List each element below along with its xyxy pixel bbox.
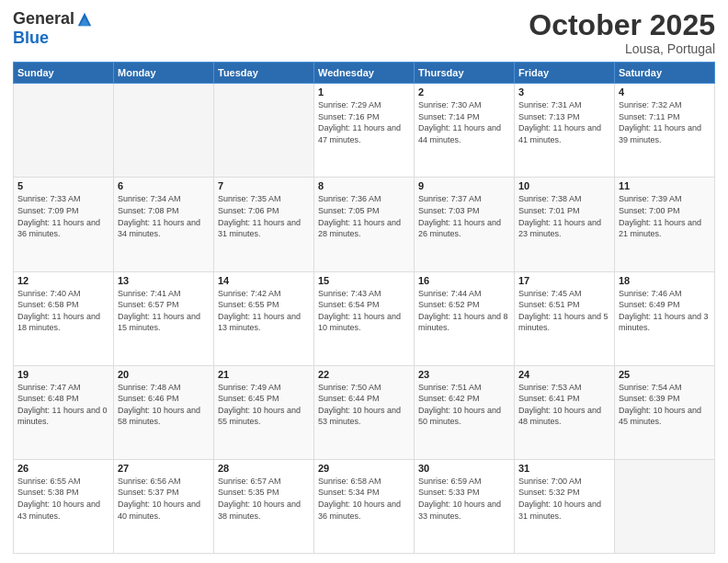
day-info: Sunrise: 6:55 AM Sunset: 5:38 PM Dayligh… — [17, 476, 109, 522]
day-number: 1 — [318, 86, 410, 98]
month-title: October 2025 — [529, 9, 715, 41]
calendar-table: SundayMondayTuesdayWednesdayThursdayFrid… — [13, 62, 715, 554]
day-info: Sunrise: 7:49 AM Sunset: 6:45 PM Dayligh… — [218, 382, 310, 428]
calendar-day-cell: 19Sunrise: 7:47 AM Sunset: 6:48 PM Dayli… — [14, 365, 114, 459]
calendar-day-cell: 12Sunrise: 7:40 AM Sunset: 6:58 PM Dayli… — [14, 271, 114, 365]
day-number: 15 — [318, 275, 410, 286]
day-info: Sunrise: 7:33 AM Sunset: 7:09 PM Dayligh… — [17, 193, 109, 239]
day-number: 6 — [118, 180, 210, 191]
day-number: 16 — [418, 275, 510, 286]
day-info: Sunrise: 7:40 AM Sunset: 6:58 PM Dayligh… — [17, 288, 109, 334]
calendar-week-row: 12Sunrise: 7:40 AM Sunset: 6:58 PM Dayli… — [14, 271, 715, 365]
calendar-week-row: 26Sunrise: 6:55 AM Sunset: 5:38 PM Dayli… — [14, 459, 715, 553]
calendar-day-cell: 10Sunrise: 7:38 AM Sunset: 7:01 PM Dayli… — [515, 178, 615, 271]
day-number: 14 — [218, 275, 310, 286]
logo-icon — [76, 11, 93, 28]
day-info: Sunrise: 7:31 AM Sunset: 7:13 PM Dayligh… — [518, 99, 610, 145]
calendar-week-row: 1Sunrise: 7:29 AM Sunset: 7:16 PM Daylig… — [14, 84, 715, 178]
day-info: Sunrise: 6:58 AM Sunset: 5:34 PM Dayligh… — [318, 476, 410, 522]
calendar-day-cell: 17Sunrise: 7:45 AM Sunset: 6:51 PM Dayli… — [515, 271, 615, 365]
calendar-week-row: 19Sunrise: 7:47 AM Sunset: 6:48 PM Dayli… — [14, 365, 715, 459]
day-number: 22 — [318, 369, 410, 380]
day-of-week-header: Wednesday — [314, 63, 415, 84]
calendar-day-cell: 7Sunrise: 7:35 AM Sunset: 7:06 PM Daylig… — [214, 178, 314, 271]
day-info: Sunrise: 7:41 AM Sunset: 6:57 PM Dayligh… — [118, 288, 210, 334]
day-info: Sunrise: 7:38 AM Sunset: 7:01 PM Dayligh… — [518, 193, 610, 239]
day-number: 3 — [518, 86, 610, 98]
day-of-week-header: Tuesday — [214, 63, 314, 84]
calendar-day-cell: 29Sunrise: 6:58 AM Sunset: 5:34 PM Dayli… — [314, 459, 415, 553]
day-info: Sunrise: 7:35 AM Sunset: 7:06 PM Dayligh… — [218, 193, 310, 239]
day-info: Sunrise: 6:57 AM Sunset: 5:35 PM Dayligh… — [218, 476, 310, 522]
day-info: Sunrise: 7:51 AM Sunset: 6:42 PM Dayligh… — [418, 382, 510, 428]
day-number: 24 — [518, 369, 610, 380]
day-info: Sunrise: 7:54 AM Sunset: 6:39 PM Dayligh… — [619, 382, 711, 428]
day-number: 11 — [619, 180, 711, 191]
day-number: 17 — [518, 275, 610, 286]
calendar-day-cell: 21Sunrise: 7:49 AM Sunset: 6:45 PM Dayli… — [214, 365, 314, 459]
calendar-day-cell: 3Sunrise: 7:31 AM Sunset: 7:13 PM Daylig… — [515, 84, 615, 178]
main-container: General Blue October 2025 Lousa, Portuga… — [0, 0, 728, 563]
day-info: Sunrise: 7:53 AM Sunset: 6:41 PM Dayligh… — [518, 382, 610, 428]
day-number: 29 — [318, 463, 410, 474]
day-of-week-header: Sunday — [14, 63, 114, 84]
calendar-day-cell: 8Sunrise: 7:36 AM Sunset: 7:05 PM Daylig… — [314, 178, 415, 271]
calendar-day-cell: 31Sunrise: 7:00 AM Sunset: 5:32 PM Dayli… — [515, 459, 615, 553]
day-info: Sunrise: 7:39 AM Sunset: 7:00 PM Dayligh… — [619, 193, 711, 239]
logo-blue-text: Blue — [13, 29, 49, 48]
day-number: 7 — [218, 180, 310, 191]
day-number: 8 — [318, 180, 410, 191]
day-number: 27 — [118, 463, 210, 474]
calendar-day-cell: 30Sunrise: 6:59 AM Sunset: 5:33 PM Dayli… — [415, 459, 515, 553]
calendar-day-cell: 4Sunrise: 7:32 AM Sunset: 7:11 PM Daylig… — [615, 84, 715, 178]
calendar-day-cell: 27Sunrise: 6:56 AM Sunset: 5:37 PM Dayli… — [114, 459, 214, 553]
day-info: Sunrise: 7:29 AM Sunset: 7:16 PM Dayligh… — [318, 99, 410, 145]
day-number: 26 — [17, 463, 109, 474]
day-info: Sunrise: 7:36 AM Sunset: 7:05 PM Dayligh… — [318, 193, 410, 239]
day-info: Sunrise: 7:47 AM Sunset: 6:48 PM Dayligh… — [17, 382, 109, 428]
calendar-day-cell: 6Sunrise: 7:34 AM Sunset: 7:08 PM Daylig… — [114, 178, 214, 271]
day-info: Sunrise: 7:50 AM Sunset: 6:44 PM Dayligh… — [318, 382, 410, 428]
calendar-day-cell: 23Sunrise: 7:51 AM Sunset: 6:42 PM Dayli… — [415, 365, 515, 459]
day-number: 5 — [17, 180, 109, 191]
calendar-day-cell: 5Sunrise: 7:33 AM Sunset: 7:09 PM Daylig… — [14, 178, 114, 271]
calendar-day-cell: 9Sunrise: 7:37 AM Sunset: 7:03 PM Daylig… — [415, 178, 515, 271]
calendar-day-cell: 22Sunrise: 7:50 AM Sunset: 6:44 PM Dayli… — [314, 365, 415, 459]
day-number: 23 — [418, 369, 510, 380]
calendar-day-cell: 28Sunrise: 6:57 AM Sunset: 5:35 PM Dayli… — [214, 459, 314, 553]
day-info: Sunrise: 7:46 AM Sunset: 6:49 PM Dayligh… — [619, 288, 711, 334]
calendar-header-row: SundayMondayTuesdayWednesdayThursdayFrid… — [14, 63, 715, 84]
day-info: Sunrise: 7:00 AM Sunset: 5:32 PM Dayligh… — [518, 476, 610, 522]
day-info: Sunrise: 7:32 AM Sunset: 7:11 PM Dayligh… — [619, 99, 711, 145]
calendar-week-row: 5Sunrise: 7:33 AM Sunset: 7:09 PM Daylig… — [14, 178, 715, 271]
day-of-week-header: Saturday — [615, 63, 715, 84]
day-info: Sunrise: 7:43 AM Sunset: 6:54 PM Dayligh… — [318, 288, 410, 334]
day-number: 4 — [619, 86, 711, 98]
day-info: Sunrise: 6:56 AM Sunset: 5:37 PM Dayligh… — [118, 476, 210, 522]
calendar-day-cell — [14, 84, 114, 178]
day-number: 30 — [418, 463, 510, 474]
logo: General Blue — [13, 9, 93, 48]
calendar-day-cell: 14Sunrise: 7:42 AM Sunset: 6:55 PM Dayli… — [214, 271, 314, 365]
day-number: 10 — [518, 180, 610, 191]
day-info: Sunrise: 7:37 AM Sunset: 7:03 PM Dayligh… — [418, 193, 510, 239]
calendar-day-cell: 24Sunrise: 7:53 AM Sunset: 6:41 PM Dayli… — [515, 365, 615, 459]
day-number: 2 — [418, 86, 510, 98]
calendar-day-cell: 13Sunrise: 7:41 AM Sunset: 6:57 PM Dayli… — [114, 271, 214, 365]
day-info: Sunrise: 6:59 AM Sunset: 5:33 PM Dayligh… — [418, 476, 510, 522]
calendar-day-cell: 16Sunrise: 7:44 AM Sunset: 6:52 PM Dayli… — [415, 271, 515, 365]
calendar-day-cell: 15Sunrise: 7:43 AM Sunset: 6:54 PM Dayli… — [314, 271, 415, 365]
day-of-week-header: Friday — [515, 63, 615, 84]
day-info: Sunrise: 7:30 AM Sunset: 7:14 PM Dayligh… — [418, 99, 510, 145]
calendar-day-cell: 25Sunrise: 7:54 AM Sunset: 6:39 PM Dayli… — [615, 365, 715, 459]
title-section: October 2025 Lousa, Portugal — [529, 9, 715, 56]
day-info: Sunrise: 7:48 AM Sunset: 6:46 PM Dayligh… — [118, 382, 210, 428]
day-info: Sunrise: 7:44 AM Sunset: 6:52 PM Dayligh… — [418, 288, 510, 334]
day-number: 28 — [218, 463, 310, 474]
day-number: 9 — [418, 180, 510, 191]
day-info: Sunrise: 7:42 AM Sunset: 6:55 PM Dayligh… — [218, 288, 310, 334]
calendar-day-cell — [214, 84, 314, 178]
day-of-week-header: Thursday — [415, 63, 515, 84]
calendar-day-cell — [615, 459, 715, 553]
day-number: 31 — [518, 463, 610, 474]
